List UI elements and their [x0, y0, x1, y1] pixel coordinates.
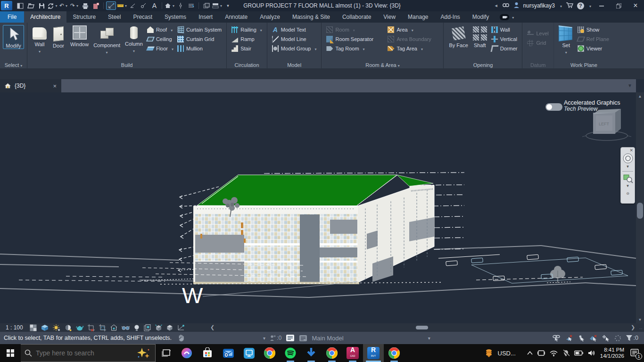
floor-button[interactable]: Floor [147, 45, 173, 52]
view-scale-button[interactable]: 1 : 100 [6, 324, 23, 331]
detail-level-icon[interactable] [30, 324, 37, 331]
view-tab-3d[interactable]: {3D} × [0, 79, 61, 92]
tag-room-button[interactable]: Tag Room [326, 45, 384, 52]
steering-wheel-icon[interactable] [622, 153, 634, 164]
temporary-hide-isolate-icon[interactable] [122, 325, 130, 330]
tab-modify[interactable]: Modify [466, 11, 495, 23]
shadows-icon[interactable] [65, 324, 72, 331]
by-face-button[interactable]: By Face [446, 24, 470, 48]
sun-path-icon[interactable] [53, 324, 60, 331]
reveal-hidden-elements-icon[interactable] [134, 324, 140, 331]
tab-view[interactable]: View [377, 11, 402, 23]
tab-analyze[interactable]: Analyze [254, 11, 286, 23]
store-cart-icon[interactable] [566, 2, 573, 9]
battery-icon[interactable] [574, 350, 583, 356]
shaft-button[interactable]: Shaft [471, 24, 489, 48]
viewer-button[interactable]: Viewer [578, 45, 609, 52]
undo-icon[interactable]: ↶ [58, 1, 68, 10]
dormer-button[interactable]: Dormer [491, 45, 518, 52]
close-inactive-views-icon[interactable] [201, 1, 211, 10]
tag-icon[interactable] [139, 1, 149, 10]
component-button[interactable]: Component [91, 24, 123, 56]
thin-lines-icon[interactable] [186, 1, 196, 10]
outlook-icon[interactable] [218, 344, 239, 362]
tab-addins[interactable]: Add-Ins [434, 11, 466, 23]
search-input[interactable] [36, 349, 132, 357]
sync-icon[interactable] [48, 1, 58, 10]
align-icon[interactable] [128, 1, 138, 10]
select-panel-label[interactable]: Select [0, 62, 27, 68]
tab-file[interactable]: File [0, 11, 24, 23]
viewcube[interactable]: LEFT [582, 109, 631, 140]
tab-insert[interactable]: Insert [192, 11, 219, 23]
reveal-constraints-icon[interactable] [166, 324, 173, 331]
screen-capture-icon[interactable] [500, 11, 514, 23]
tab-architecture[interactable]: Architecture [24, 11, 66, 23]
zoom-options-caret[interactable]: ▼ [626, 184, 630, 188]
visual-style-icon[interactable] [41, 324, 49, 331]
view-tab-overflow-icon[interactable]: ▼ [627, 83, 632, 88]
restore-button[interactable] [612, 0, 625, 11]
pan-left-icon[interactable]: ❮ [210, 324, 215, 330]
tab-manage[interactable]: Manage [402, 11, 434, 23]
accelerated-graphics-toggle[interactable] [545, 103, 562, 111]
taskbar-clock[interactable]: 8:41 PM 14/1/2026 [600, 347, 624, 359]
railing-button[interactable]: Railing [231, 26, 262, 33]
close-button[interactable]: × [629, 0, 642, 11]
tab-massing-site[interactable]: Massing & Site [286, 11, 336, 23]
open-icon[interactable] [26, 1, 36, 10]
tray-expand-icon[interactable] [527, 351, 533, 355]
search-help-icon[interactable] [502, 2, 510, 9]
revit-taskbar-icon[interactable]: R RVT [363, 344, 384, 362]
user-menu-caret[interactable] [559, 2, 562, 9]
render-icon[interactable] [76, 324, 83, 331]
temporary-view-properties-icon[interactable] [144, 324, 151, 331]
wall-opening-button[interactable]: Wall [491, 26, 518, 33]
show-crop-region-icon[interactable] [99, 324, 106, 331]
editable-worksets-indicator[interactable]: :0 [270, 335, 281, 341]
currency-label[interactable]: USD... [498, 350, 516, 357]
door-button[interactable]: Door [49, 24, 68, 49]
tab-annotate[interactable]: Annotate [219, 11, 254, 23]
scroll-down-icon[interactable]: ▼ [636, 316, 644, 323]
scroll-up-icon[interactable]: ▲ [636, 92, 644, 100]
print-icon[interactable] [80, 1, 90, 10]
building-model[interactable] [193, 175, 434, 284]
export-icon[interactable] [91, 1, 101, 10]
user-avatar-icon[interactable] [513, 2, 520, 9]
design-option-chevron-icon[interactable]: ▾ [428, 336, 430, 341]
tab-structure[interactable]: Structure [66, 11, 102, 23]
copilot-icon[interactable] [176, 344, 197, 362]
column-button[interactable]: Column [123, 24, 145, 54]
volume-icon[interactable] [588, 350, 595, 356]
signed-in-user[interactable]: nursyafikay3 [523, 2, 555, 9]
save-icon[interactable] [37, 1, 47, 10]
wheel-options-caret[interactable]: ▼ [626, 165, 630, 169]
select-links-icon[interactable] [553, 335, 561, 342]
autocad-icon[interactable]: A CAD [342, 344, 363, 362]
tab-collaborate[interactable]: Collaborate [336, 11, 377, 23]
worksharing-display-icon[interactable] [177, 324, 185, 331]
aligned-dimension-icon[interactable] [106, 1, 116, 10]
room-separator-button[interactable]: Room Separator [326, 35, 384, 43]
start-button[interactable] [0, 344, 21, 362]
ceiling-button[interactable]: Ceiling [147, 35, 173, 43]
spotify-icon[interactable] [280, 344, 301, 362]
vertical-scroll-thumb[interactable] [637, 203, 643, 219]
search-highlights-icon[interactable] [135, 347, 151, 359]
zoom-tool-icon[interactable] [623, 173, 633, 183]
wall-button[interactable]: Wall [30, 24, 49, 55]
help-icon[interactable]: ? [577, 2, 584, 9]
curtain-grid-button[interactable]: Curtain Grid [177, 35, 222, 43]
redo-icon[interactable]: ↷ [69, 1, 79, 10]
room-area-panel-label[interactable]: Room & Area [322, 62, 443, 68]
tablet-mode-icon[interactable] [537, 350, 545, 356]
notification-center-icon[interactable]: 1 [629, 346, 641, 360]
tab-precast[interactable]: Precast [127, 11, 158, 23]
displaced-elements-icon[interactable] [155, 324, 162, 331]
workset-chevron-icon[interactable]: ▾ [263, 336, 265, 341]
model-line-button[interactable]: Model Line [272, 35, 317, 43]
default-3d-view-icon[interactable] [165, 1, 174, 10]
tag-area-button[interactable]: Tag Area [388, 45, 438, 52]
drawing-area[interactable]: W LEFT [0, 92, 636, 323]
